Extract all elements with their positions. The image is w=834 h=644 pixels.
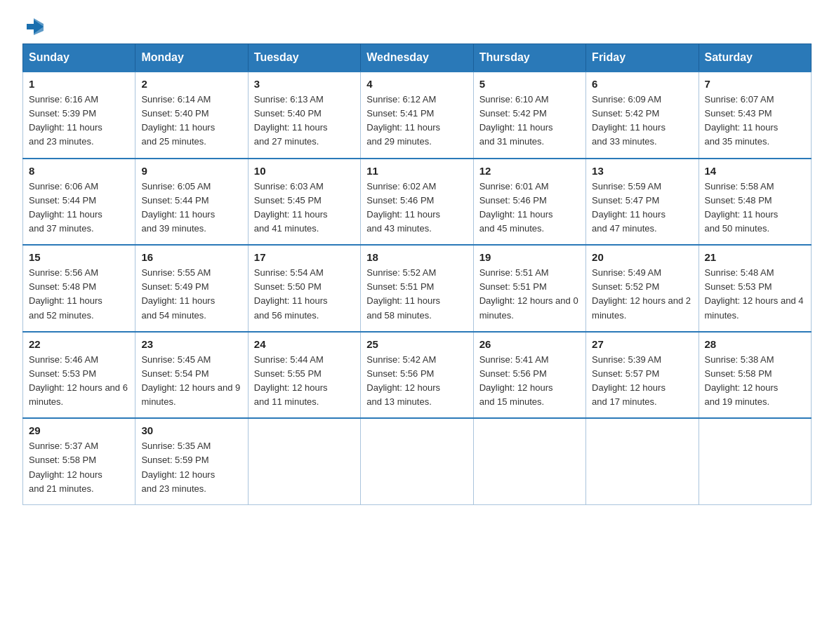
day-info: Sunrise: 5:49 AM Sunset: 5:52 PM Dayligh… xyxy=(592,266,692,323)
calendar-cell: 10 Sunrise: 6:03 AM Sunset: 5:45 PM Dayl… xyxy=(248,159,360,246)
day-number: 7 xyxy=(705,78,805,90)
day-info: Sunrise: 5:48 AM Sunset: 5:53 PM Dayligh… xyxy=(705,266,805,323)
day-number: 1 xyxy=(29,78,129,90)
day-number: 6 xyxy=(592,78,692,90)
day-number: 21 xyxy=(705,251,805,263)
day-number: 5 xyxy=(479,78,580,90)
calendar-cell: 3 Sunrise: 6:13 AM Sunset: 5:40 PM Dayli… xyxy=(248,72,360,159)
calendar-cell: 22 Sunrise: 5:46 AM Sunset: 5:53 PM Dayl… xyxy=(23,332,135,419)
week-row-1: 1 Sunrise: 6:16 AM Sunset: 5:39 PM Dayli… xyxy=(23,72,812,159)
day-info: Sunrise: 6:05 AM Sunset: 5:44 PM Dayligh… xyxy=(141,180,241,236)
calendar-cell: 7 Sunrise: 6:07 AM Sunset: 5:43 PM Dayli… xyxy=(699,72,811,159)
calendar-cell: 17 Sunrise: 5:54 AM Sunset: 5:50 PM Dayl… xyxy=(248,245,360,332)
day-number: 11 xyxy=(366,165,467,177)
calendar-cell: 28 Sunrise: 5:38 AM Sunset: 5:58 PM Dayl… xyxy=(699,332,811,419)
calendar-cell: 16 Sunrise: 5:55 AM Sunset: 5:49 PM Dayl… xyxy=(135,245,248,332)
day-info: Sunrise: 6:09 AM Sunset: 5:42 PM Dayligh… xyxy=(592,93,692,149)
day-info: Sunrise: 6:13 AM Sunset: 5:40 PM Dayligh… xyxy=(254,93,355,149)
calendar-cell: 19 Sunrise: 5:51 AM Sunset: 5:51 PM Dayl… xyxy=(473,245,585,332)
logo-flag-icon xyxy=(24,17,44,36)
day-number: 17 xyxy=(254,251,355,263)
calendar-cell xyxy=(473,418,585,504)
calendar-cell: 29 Sunrise: 5:37 AM Sunset: 5:58 PM Dayl… xyxy=(23,418,135,504)
calendar-cell: 24 Sunrise: 5:44 AM Sunset: 5:55 PM Dayl… xyxy=(248,332,360,419)
calendar-cell: 14 Sunrise: 5:58 AM Sunset: 5:48 PM Dayl… xyxy=(699,159,811,246)
page-header xyxy=(22,17,812,32)
day-info: Sunrise: 5:59 AM Sunset: 5:47 PM Dayligh… xyxy=(592,180,692,236)
calendar-cell: 26 Sunrise: 5:41 AM Sunset: 5:56 PM Dayl… xyxy=(473,332,585,419)
calendar-cell: 27 Sunrise: 5:39 AM Sunset: 5:57 PM Dayl… xyxy=(586,332,699,419)
day-number: 22 xyxy=(29,338,129,350)
header-tuesday: Tuesday xyxy=(248,44,360,72)
day-info: Sunrise: 6:01 AM Sunset: 5:46 PM Dayligh… xyxy=(479,180,580,236)
day-info: Sunrise: 6:10 AM Sunset: 5:42 PM Dayligh… xyxy=(479,93,580,149)
day-info: Sunrise: 5:35 AM Sunset: 5:59 PM Dayligh… xyxy=(141,439,241,496)
day-number: 18 xyxy=(366,251,467,263)
calendar-cell: 9 Sunrise: 6:05 AM Sunset: 5:44 PM Dayli… xyxy=(135,159,248,246)
day-number: 8 xyxy=(29,165,129,177)
day-number: 10 xyxy=(254,165,355,177)
calendar-cell: 12 Sunrise: 6:01 AM Sunset: 5:46 PM Dayl… xyxy=(473,159,585,246)
day-number: 2 xyxy=(141,78,241,90)
header-friday: Friday xyxy=(586,44,699,72)
logo xyxy=(22,17,44,32)
day-info: Sunrise: 6:03 AM Sunset: 5:45 PM Dayligh… xyxy=(254,180,355,236)
day-number: 14 xyxy=(705,165,805,177)
day-number: 13 xyxy=(592,165,692,177)
day-info: Sunrise: 5:51 AM Sunset: 5:51 PM Dayligh… xyxy=(479,266,580,323)
calendar-cell: 13 Sunrise: 5:59 AM Sunset: 5:47 PM Dayl… xyxy=(586,159,699,246)
calendar-cell: 11 Sunrise: 6:02 AM Sunset: 5:46 PM Dayl… xyxy=(361,159,473,246)
day-number: 15 xyxy=(29,251,129,263)
day-number: 3 xyxy=(254,78,355,90)
day-number: 16 xyxy=(141,251,241,263)
calendar-cell: 23 Sunrise: 5:45 AM Sunset: 5:54 PM Dayl… xyxy=(135,332,248,419)
calendar-cell: 18 Sunrise: 5:52 AM Sunset: 5:51 PM Dayl… xyxy=(361,245,473,332)
day-info: Sunrise: 6:12 AM Sunset: 5:41 PM Dayligh… xyxy=(366,93,467,149)
calendar-cell: 1 Sunrise: 6:16 AM Sunset: 5:39 PM Dayli… xyxy=(23,72,135,159)
day-number: 29 xyxy=(29,424,129,436)
day-info: Sunrise: 5:56 AM Sunset: 5:48 PM Dayligh… xyxy=(29,266,129,323)
calendar-cell: 15 Sunrise: 5:56 AM Sunset: 5:48 PM Dayl… xyxy=(23,245,135,332)
day-number: 4 xyxy=(366,78,467,90)
day-number: 23 xyxy=(141,338,241,350)
day-info: Sunrise: 5:54 AM Sunset: 5:50 PM Dayligh… xyxy=(254,266,355,323)
calendar-header-row: SundayMondayTuesdayWednesdayThursdayFrid… xyxy=(23,44,812,72)
week-row-2: 8 Sunrise: 6:06 AM Sunset: 5:44 PM Dayli… xyxy=(23,159,812,246)
calendar-cell: 25 Sunrise: 5:42 AM Sunset: 5:56 PM Dayl… xyxy=(361,332,473,419)
calendar-cell: 21 Sunrise: 5:48 AM Sunset: 5:53 PM Dayl… xyxy=(699,245,811,332)
week-row-5: 29 Sunrise: 5:37 AM Sunset: 5:58 PM Dayl… xyxy=(23,418,812,504)
day-number: 19 xyxy=(479,251,580,263)
header-monday: Monday xyxy=(135,44,248,72)
day-info: Sunrise: 6:14 AM Sunset: 5:40 PM Dayligh… xyxy=(141,93,241,149)
day-info: Sunrise: 6:07 AM Sunset: 5:43 PM Dayligh… xyxy=(705,93,805,149)
calendar-cell xyxy=(586,418,699,504)
day-number: 27 xyxy=(592,338,692,350)
day-info: Sunrise: 6:02 AM Sunset: 5:46 PM Dayligh… xyxy=(366,180,467,236)
day-number: 9 xyxy=(141,165,241,177)
header-saturday: Saturday xyxy=(699,44,811,72)
day-info: Sunrise: 5:45 AM Sunset: 5:54 PM Dayligh… xyxy=(141,353,241,410)
calendar-cell: 8 Sunrise: 6:06 AM Sunset: 5:44 PM Dayli… xyxy=(23,159,135,246)
calendar-cell xyxy=(248,418,360,504)
calendar-cell: 20 Sunrise: 5:49 AM Sunset: 5:52 PM Dayl… xyxy=(586,245,699,332)
day-info: Sunrise: 5:37 AM Sunset: 5:58 PM Dayligh… xyxy=(29,439,129,496)
day-number: 26 xyxy=(479,338,580,350)
day-info: Sunrise: 5:41 AM Sunset: 5:56 PM Dayligh… xyxy=(479,353,580,410)
day-number: 24 xyxy=(254,338,355,350)
day-number: 28 xyxy=(705,338,805,350)
calendar-cell: 6 Sunrise: 6:09 AM Sunset: 5:42 PM Dayli… xyxy=(586,72,699,159)
day-info: Sunrise: 5:52 AM Sunset: 5:51 PM Dayligh… xyxy=(366,266,467,323)
calendar-cell xyxy=(699,418,811,504)
day-number: 30 xyxy=(141,424,241,436)
day-info: Sunrise: 5:39 AM Sunset: 5:57 PM Dayligh… xyxy=(592,353,692,410)
day-info: Sunrise: 5:42 AM Sunset: 5:56 PM Dayligh… xyxy=(366,353,467,410)
day-number: 20 xyxy=(592,251,692,263)
day-info: Sunrise: 5:46 AM Sunset: 5:53 PM Dayligh… xyxy=(29,353,129,410)
day-info: Sunrise: 5:55 AM Sunset: 5:49 PM Dayligh… xyxy=(141,266,241,323)
day-info: Sunrise: 5:38 AM Sunset: 5:58 PM Dayligh… xyxy=(705,353,805,410)
calendar-cell xyxy=(361,418,473,504)
header-sunday: Sunday xyxy=(23,44,135,72)
week-row-4: 22 Sunrise: 5:46 AM Sunset: 5:53 PM Dayl… xyxy=(23,332,812,419)
day-info: Sunrise: 5:44 AM Sunset: 5:55 PM Dayligh… xyxy=(254,353,355,410)
calendar-cell: 30 Sunrise: 5:35 AM Sunset: 5:59 PM Dayl… xyxy=(135,418,248,504)
